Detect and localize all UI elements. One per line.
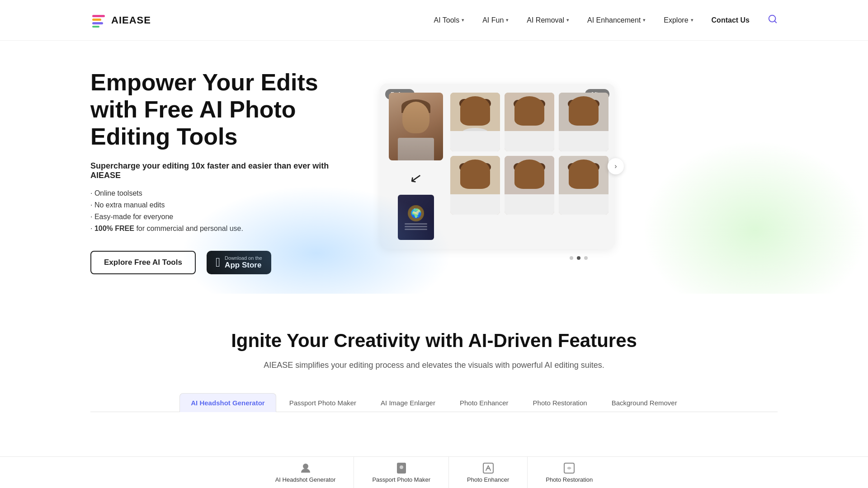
svg-point-31 [303, 464, 308, 469]
demo-before-photo [389, 93, 443, 160]
svg-point-7 [465, 99, 485, 122]
tab-photo-enhancer[interactable]: Photo Enhancer [448, 393, 520, 412]
person-hair [401, 99, 430, 113]
nav-explore[interactable]: Explore ▾ [664, 16, 693, 24]
hero-bullets: · Online toolsets · No extra manual edit… [90, 189, 344, 233]
globe-icon: 🌍 [408, 205, 424, 221]
carousel-next-button[interactable]: › [608, 158, 624, 174]
nav-contact[interactable]: Contact Us [712, 16, 750, 24]
demo-arrow-icon: ↙ [408, 169, 423, 188]
chevron-down-icon: ▾ [566, 17, 569, 23]
svg-rect-26 [505, 197, 554, 215]
grid-result-1 [450, 93, 500, 151]
svg-rect-3 [92, 26, 99, 28]
bullet-1: · Online toolsets [90, 189, 344, 197]
main-nav: AI Tools ▾ AI Fun ▾ AI Removal ▾ AI Enha… [434, 14, 778, 26]
grid-result-3 [559, 93, 609, 151]
svg-line-5 [774, 21, 776, 23]
person-body [398, 138, 434, 160]
footer-tools-bar: AI Headshot Generator Passport Photo Mak… [0, 456, 868, 488]
hero-title: Empower Your Edits with Free AI Photo Ed… [90, 69, 344, 150]
header: AIEASE AI Tools ▾ AI Fun ▾ AI Removal ▾ … [0, 0, 868, 41]
apple-icon:  [216, 255, 220, 270]
features-title: Ignite Your Creativity with AI-Driven Fe… [90, 330, 778, 352]
footer-restoration-label: Photo Restoration [546, 476, 593, 483]
tab-passport-photo[interactable]: Passport Photo Maker [278, 393, 368, 412]
svg-point-28 [574, 163, 594, 187]
demo-card: Before After ↙ 🌍 [380, 84, 615, 249]
svg-rect-18 [559, 133, 609, 151]
explore-button[interactable]: Explore Free AI Tools [90, 251, 196, 274]
footer-tool-restoration[interactable]: Photo Restoration [528, 457, 611, 488]
hero-section: Empower Your Edits with Free AI Photo Ed… [0, 41, 868, 294]
svg-rect-21 [459, 163, 491, 171]
dot-3[interactable] [584, 256, 588, 260]
svg-rect-14 [505, 133, 554, 151]
demo-passport-icon: 🌍 [398, 195, 434, 240]
nav-ai-enhancement[interactable]: AI Enhancement ▾ [587, 16, 646, 24]
bullet-3: · Easy-made for everyone [90, 213, 344, 221]
nav-ai-tools[interactable]: AI Tools ▾ [434, 16, 465, 24]
svg-rect-8 [459, 99, 491, 108]
svg-rect-1 [92, 19, 101, 21]
person-face [402, 102, 429, 133]
dot-2[interactable] [577, 256, 580, 260]
carousel-dots [380, 256, 778, 260]
grid-result-2 [505, 93, 554, 151]
footer-tool-enhancer[interactable]: Photo Enhancer [449, 457, 528, 488]
appstore-top-label: Download on the [225, 255, 262, 261]
svg-rect-15 [559, 93, 609, 151]
svg-point-16 [574, 100, 594, 123]
svg-rect-2 [92, 22, 103, 24]
footer-enhancer-label: Photo Enhancer [467, 476, 509, 483]
bullet-4: · 100% FREE for commercial and personal … [90, 225, 344, 233]
svg-rect-22 [450, 197, 500, 215]
footer-tool-passport[interactable]: Passport Photo Maker [354, 457, 449, 488]
features-section: Ignite Your Creativity with AI-Driven Fe… [0, 294, 868, 430]
nav-ai-removal[interactable]: AI Removal ▾ [527, 16, 569, 24]
tab-ai-headshot[interactable]: AI Headshot Generator [179, 393, 276, 412]
chevron-down-icon: ▾ [643, 17, 646, 23]
svg-rect-29 [568, 163, 599, 171]
svg-point-33 [400, 465, 403, 469]
hero-demo: Before After ↙ 🌍 [380, 84, 778, 260]
dot-1[interactable] [570, 256, 573, 260]
svg-point-20 [465, 163, 485, 187]
appstore-bottom-label: App Store [225, 261, 261, 270]
appstore-button[interactable]:  Download on the App Store [207, 251, 271, 274]
demo-left-column: ↙ 🌍 [389, 93, 443, 240]
hero-content: Empower Your Edits with Free AI Photo Ed… [90, 69, 344, 274]
svg-rect-0 [92, 15, 105, 17]
tab-background-remover[interactable]: Background Remover [600, 393, 689, 412]
logo[interactable]: AIEASE [90, 12, 151, 28]
search-button[interactable] [768, 14, 778, 26]
chevron-down-icon: ▾ [462, 17, 464, 23]
nav-ai-fun[interactable]: AI Fun ▾ [482, 16, 509, 24]
demo-results-grid [450, 93, 609, 240]
svg-rect-25 [514, 163, 545, 171]
svg-rect-11 [505, 93, 554, 151]
svg-rect-19 [450, 156, 500, 215]
svg-point-10 [462, 128, 489, 139]
features-tabs: AI Headshot Generator Passport Photo Mak… [90, 393, 778, 412]
logo-text: AIEASE [111, 14, 151, 26]
svg-rect-9 [450, 133, 500, 151]
tab-photo-restoration[interactable]: Photo Restoration [522, 393, 599, 412]
footer-tool-headshot[interactable]: AI Headshot Generator [257, 457, 354, 488]
grid-result-4 [450, 156, 500, 215]
hero-subtitle: Supercharge your editing 10x faster and … [90, 161, 344, 180]
footer-headshot-label: AI Headshot Generator [275, 476, 336, 483]
svg-rect-6 [450, 93, 500, 151]
footer-passport-label: Passport Photo Maker [372, 476, 430, 483]
svg-point-24 [519, 163, 539, 187]
tab-ai-image-enlarger[interactable]: AI Image Enlarger [369, 393, 447, 412]
svg-rect-13 [514, 100, 545, 108]
grid-result-6 [559, 156, 609, 215]
passport-lines [405, 223, 427, 230]
features-subtitle: AIEASE simplifies your editing process a… [90, 361, 778, 370]
bullet-2: · No extra manual edits [90, 201, 344, 209]
chevron-down-icon: ▾ [506, 17, 509, 23]
svg-rect-23 [505, 156, 554, 215]
grid-result-5 [505, 156, 554, 215]
svg-rect-27 [559, 156, 609, 215]
